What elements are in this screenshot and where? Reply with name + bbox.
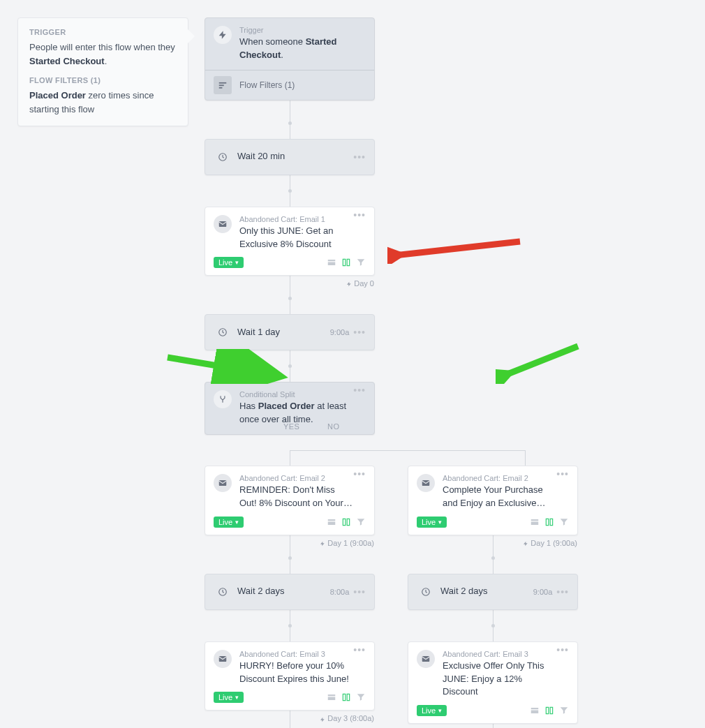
day-label: Day 1 (9:00a) xyxy=(523,539,577,547)
wait-text: Wait 1 day xyxy=(237,326,330,339)
svg-rect-17 xyxy=(550,519,553,525)
filter-icon[interactable] xyxy=(559,517,569,527)
email-head: Abandoned Cart: Email 1 xyxy=(239,215,353,223)
wait-node-yes[interactable]: Wait 2 days 8:00a ••• xyxy=(205,574,375,610)
email-title: Exclusive Offer Only This JUNE: Enjoy a … xyxy=(443,660,556,699)
day-label: Day 1 (9:00a) xyxy=(320,539,374,547)
preview-icon[interactable] xyxy=(327,692,336,702)
wait-text: Wait 20 min xyxy=(237,150,353,163)
status-badge[interactable]: Live xyxy=(417,705,447,716)
email-node-3-no[interactable]: Abandoned Cart: Email 3 Exclusive Offer … xyxy=(408,641,578,725)
svg-rect-14 xyxy=(347,694,350,701)
trigger-info-card: TRIGGER People will enter this flow when… xyxy=(17,17,188,126)
flow-filters-heading: FLOW FILTERS (1) xyxy=(29,76,177,84)
svg-rect-9 xyxy=(343,519,346,525)
filter-icon[interactable] xyxy=(356,258,366,267)
split-line xyxy=(290,450,526,451)
email-node-1[interactable]: Abandoned Cart: Email 1 Only this JUNE: … xyxy=(205,207,375,276)
yes-label: YES xyxy=(283,422,299,431)
connector xyxy=(493,625,493,641)
filters-label: Flow Filters (1) xyxy=(239,80,295,90)
email-title: Complete Your Purchase and Enjoy an Excl… xyxy=(443,484,556,510)
svg-line-23 xyxy=(168,357,276,376)
connector xyxy=(290,276,290,299)
clock-icon xyxy=(214,583,232,601)
email-icon xyxy=(214,474,232,492)
trigger-description: People will enter this flow when they St… xyxy=(29,40,177,68)
text: When someone xyxy=(239,36,306,47)
svg-rect-5 xyxy=(343,260,346,266)
no-branch: Abandoned Cart: Email 2 Complete Your Pu… xyxy=(408,466,578,728)
email-node-3-yes[interactable]: Abandoned Cart: Email 3 HURRY! Before yo… xyxy=(205,641,375,711)
svg-line-24 xyxy=(504,346,578,376)
trigger-node[interactable]: Trigger When someone Started Checkout. F… xyxy=(205,17,375,101)
connector xyxy=(290,123,290,139)
trigger-icon xyxy=(214,26,232,44)
filter-icon[interactable] xyxy=(356,517,366,527)
connector xyxy=(525,450,526,466)
email-head: Abandoned Cart: Email 3 xyxy=(443,650,556,658)
day-label: Day 3 (8:00a) xyxy=(320,714,374,722)
clock-icon xyxy=(214,148,232,166)
wait-time-label: 9:00a xyxy=(330,328,350,336)
preview-icon[interactable] xyxy=(327,258,336,267)
connector xyxy=(290,450,290,466)
svg-rect-10 xyxy=(347,519,350,525)
node-type-label: Conditional Split xyxy=(239,390,353,399)
clock-icon xyxy=(214,323,232,341)
email-action-icons xyxy=(327,517,366,527)
wait-text: Wait 2 days xyxy=(237,585,330,598)
analytics-icon[interactable] xyxy=(544,706,554,715)
annotation-arrow-red xyxy=(387,236,527,264)
connector xyxy=(290,101,290,124)
filter-icon[interactable] xyxy=(356,692,366,702)
analytics-icon[interactable] xyxy=(341,258,351,267)
svg-line-22 xyxy=(394,242,520,255)
trigger-text: When someone Started Checkout. xyxy=(239,36,366,62)
trigger-heading: TRIGGER xyxy=(29,28,177,36)
preview-icon[interactable] xyxy=(530,517,540,527)
trigger-filters-row[interactable]: Flow Filters (1) xyxy=(205,70,374,100)
email-node-2-yes[interactable]: Abandoned Cart: Email 2 REMINDER: Don't … xyxy=(205,466,375,535)
filter-icon[interactable] xyxy=(559,706,569,715)
email-icon xyxy=(214,650,232,668)
email-icon xyxy=(417,650,435,668)
connector xyxy=(290,535,290,558)
wait-text: Wait 2 days xyxy=(440,585,533,598)
analytics-icon[interactable] xyxy=(544,517,554,527)
email-node-2-no[interactable]: Abandoned Cart: Email 2 Complete Your Pu… xyxy=(408,466,578,535)
svg-rect-21 xyxy=(550,708,553,714)
split-icon xyxy=(214,390,232,408)
svg-rect-6 xyxy=(347,260,350,266)
status-badge[interactable]: Live xyxy=(214,517,244,528)
status-badge[interactable]: Live xyxy=(417,517,447,528)
text-bold: Started Checkout xyxy=(29,56,105,66)
svg-rect-20 xyxy=(546,708,549,714)
email-title: REMINDER: Don't Miss Out! 8% Discount on… xyxy=(239,484,353,510)
wait-node-2[interactable]: Wait 1 day 9:00a ••• xyxy=(205,314,375,350)
status-badge[interactable]: Live xyxy=(214,692,244,703)
connector xyxy=(290,191,290,207)
email-icon xyxy=(417,474,435,492)
email-title: Only this JUNE: Get an Exclusive 8% Disc… xyxy=(239,225,353,251)
preview-icon[interactable] xyxy=(327,517,336,527)
status-badge[interactable]: Live xyxy=(214,257,244,268)
flow-filters-description: Placed Order zero times since starting t… xyxy=(29,89,177,116)
wait-node-no[interactable]: Wait 2 days 9:00a ••• xyxy=(408,574,578,610)
email-head: Abandoned Cart: Email 3 xyxy=(239,650,353,658)
connector xyxy=(290,298,290,314)
wait-node-1[interactable]: Wait 20 min ••• xyxy=(205,139,375,175)
yes-branch: Abandoned Cart: Email 2 REMINDER: Don't … xyxy=(205,466,375,728)
text: . xyxy=(105,56,107,66)
email-icon xyxy=(214,215,232,233)
preview-icon[interactable] xyxy=(530,706,540,715)
clock-icon xyxy=(417,583,435,601)
wait-time-label: 9:00a xyxy=(533,588,553,596)
analytics-icon[interactable] xyxy=(341,692,351,702)
email-action-icons xyxy=(327,258,366,267)
text: Has xyxy=(239,401,258,411)
email-action-icons xyxy=(327,692,366,702)
email-head: Abandoned Cart: Email 2 xyxy=(239,474,353,482)
analytics-icon[interactable] xyxy=(341,517,351,527)
svg-rect-0 xyxy=(219,82,227,84)
